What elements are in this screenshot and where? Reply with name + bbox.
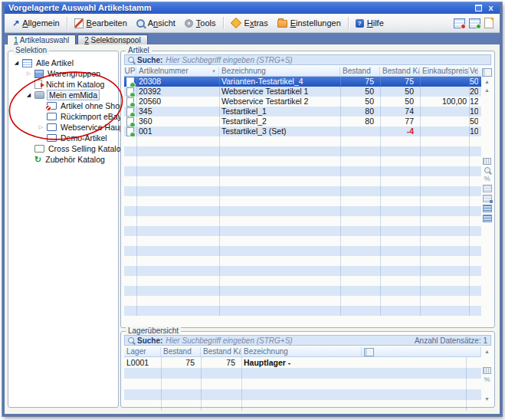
menubar: ↗AllgemeinBearbeitenAnsichtToolsExtrasEi…: [5, 14, 500, 33]
cross-selling-icon: [34, 145, 44, 153]
tree-item-mein-emmida[interactable]: ◢Mein emMida: [8, 90, 118, 100]
column-header-einkaufspreis[interactable]: Einkaufspreis: [420, 67, 469, 76]
row-status-cell: [124, 97, 136, 107]
menu-item-label: Bearbeiten: [87, 18, 127, 28]
column-header-bestand-kalk-[interactable]: Bestand Kalk.: [201, 347, 241, 356]
menu-item-extras[interactable]: Extras: [226, 17, 273, 29]
toolbar-right: [454, 18, 497, 28]
empty-row: [124, 256, 481, 266]
cell-bestand-kalk: 74: [380, 107, 420, 116]
sort-desc-icon: ▼: [212, 67, 216, 76]
empty-row: [124, 400, 481, 411]
tab-selektionspool[interactable]: 2 Selektionspool: [77, 34, 147, 44]
expand-arrow-icon[interactable]: ▷: [38, 124, 44, 130]
list-blue-icon[interactable]: [483, 205, 492, 212]
column-chooser-icon[interactable]: [364, 348, 374, 356]
menu-item-einstellungen[interactable]: Einstellungen: [273, 17, 346, 29]
tree-item-artikel-ohne-shop-kategorie[interactable]: Artikel ohne Shop-Kategorie: [8, 100, 118, 111]
window-title: Vorgelagerte Auswahl Artikelstamm: [8, 2, 471, 14]
scroll-up-icon[interactable]: ▲: [484, 349, 490, 355]
cell-artikelnummer: 360: [136, 116, 219, 126]
column-header-artikelnummer[interactable]: Artikelnummer▼: [136, 67, 219, 76]
column-header-up[interactable]: UP: [124, 67, 136, 76]
empty-row: [124, 286, 481, 296]
lager-search[interactable]: Suche: Hier Suchbegriff eingeben (STRG+S…: [124, 335, 491, 346]
tree-item-webservice-hauptkategorie[interactable]: ▷Webservice Hauptkategorie: [8, 122, 118, 133]
tree-item-zubeh-r-katalog[interactable]: ↻Zubehör Katalog: [8, 154, 118, 165]
column-header-bestand[interactable]: Bestand: [340, 67, 380, 76]
filter-grid-icon[interactable]: [483, 185, 492, 192]
tree-item-r-ckimport-ebay[interactable]: Rückimport eBay: [8, 111, 118, 122]
cell-artikelnummer: 20560: [136, 97, 219, 107]
scroll-up-icon[interactable]: ▲: [484, 87, 490, 94]
empty-row: [124, 176, 481, 186]
tree-item-nicht-im-katalog[interactable]: Nicht im Katalog: [8, 79, 118, 90]
percent-icon[interactable]: %: [484, 176, 490, 182]
menu-item-allgemein[interactable]: ↗Allgemein: [8, 17, 64, 29]
column-header-lager[interactable]: Lager: [124, 347, 161, 356]
scroll-up-icon[interactable]: ▲: [484, 79, 490, 85]
tree-item-warengruppen[interactable]: ▷Warengruppen: [8, 68, 118, 79]
menu-item-tools[interactable]: Tools: [180, 17, 221, 29]
empty-row: [124, 266, 481, 276]
menu-item-label: Tools: [196, 18, 216, 28]
table-row[interactable]: 360Testartikel_2807750,: [124, 116, 481, 126]
tab-artikelauswahl[interactable]: 1 Artikelauswahl: [7, 34, 76, 44]
empty-row: [124, 186, 481, 196]
grid-edit-icon[interactable]: [483, 195, 492, 202]
lager-search-label: Suche:: [137, 336, 162, 345]
drawer-blocked-icon: [47, 102, 57, 110]
list-blue-icon[interactable]: [483, 215, 492, 222]
cell-bezeichnung: Hauptlager -: [241, 358, 481, 368]
column-chooser-icon[interactable]: [482, 68, 492, 77]
tree-item-cross-selling-katalog[interactable]: Cross Selling Katalog: [8, 143, 118, 154]
titlebar[interactable]: Vorgelagerte Auswahl Artikelstamm X: [5, 2, 500, 14]
table-row[interactable]: 20392Webservice Testartikel 1505020,: [124, 87, 481, 97]
menu-item-label: Ansicht: [148, 18, 175, 28]
scroll-down-icon[interactable]: ▼: [484, 396, 490, 402]
table-red-icon[interactable]: [454, 18, 465, 28]
table-row[interactable]: 20308Varianten-Testartikel_4757550,: [124, 77, 481, 87]
column-header-bestand-kalk-[interactable]: Bestand Kalk.: [380, 67, 420, 76]
expand-arrow-icon[interactable]: ▷: [25, 71, 32, 77]
row-status-cell: [124, 77, 136, 87]
tree-item-label: Alle Artikel: [34, 58, 75, 67]
empty-row: [124, 389, 481, 400]
artikel-search[interactable]: Suche: Hier Suchbegriff eingeben (STRG+S…: [124, 54, 491, 65]
table-row[interactable]: L00017575Hauptlager -: [124, 357, 481, 368]
column-header-bezeichnung[interactable]: Bezeichnung: [219, 67, 340, 76]
empty-row: [124, 216, 481, 226]
emmida-icon: [34, 91, 44, 99]
table-add-icon[interactable]: [469, 18, 480, 28]
empty-row: [124, 166, 481, 176]
collapse-arrow-icon[interactable]: ◢: [25, 92, 32, 98]
cell-bestand-kalk: 50: [380, 87, 420, 97]
selektion-tree: ◢Alle Artikel▷WarengruppenNicht im Katal…: [8, 51, 118, 165]
doc-sync-icon: [126, 87, 134, 97]
percent-icon[interactable]: %: [484, 376, 490, 383]
selektion-panel-label: Selektion: [13, 46, 49, 55]
table-row[interactable]: 345Testartikel_18074100: [124, 107, 481, 116]
column-header-bestand[interactable]: Bestand: [161, 347, 201, 356]
help-icon: ?: [356, 19, 364, 28]
zoom-icon[interactable]: [484, 167, 490, 173]
table-row[interactable]: 20560Webservice Testartikel 25050100,001…: [124, 97, 481, 107]
menu-item-ansicht[interactable]: Ansicht: [132, 17, 180, 29]
cell-bestand-kalk: 75: [380, 77, 420, 87]
menu-item-hilfe[interactable]: ?Hilfe: [351, 17, 389, 29]
column-chooser-cell[interactable]: [362, 347, 482, 356]
close-button[interactable]: X: [486, 4, 496, 12]
column-header-ve[interactable]: Ve: [469, 67, 478, 76]
tree-item-demo-artikel[interactable]: Demo-Artikel: [8, 133, 118, 143]
column-header-bezeichnung[interactable]: Bezeichnung: [241, 347, 362, 356]
menu-item-bearbeiten[interactable]: Bearbeiten: [70, 17, 132, 30]
table-row[interactable]: 001Testartikel_3 (Set)-4100: [124, 126, 481, 136]
maximize-button[interactable]: [474, 4, 484, 12]
empty-row: [124, 226, 481, 236]
cylinder-icon[interactable]: [483, 367, 491, 374]
selektion-panel: Selektion ◢Alle Artikel▷WarengruppenNich…: [8, 51, 119, 408]
tree-item-alle-artikel[interactable]: ◢Alle Artikel: [8, 57, 118, 68]
new-page-icon[interactable]: [484, 18, 494, 28]
collapse-arrow-icon[interactable]: ◢: [13, 60, 20, 66]
cylinder-icon[interactable]: [483, 158, 491, 165]
